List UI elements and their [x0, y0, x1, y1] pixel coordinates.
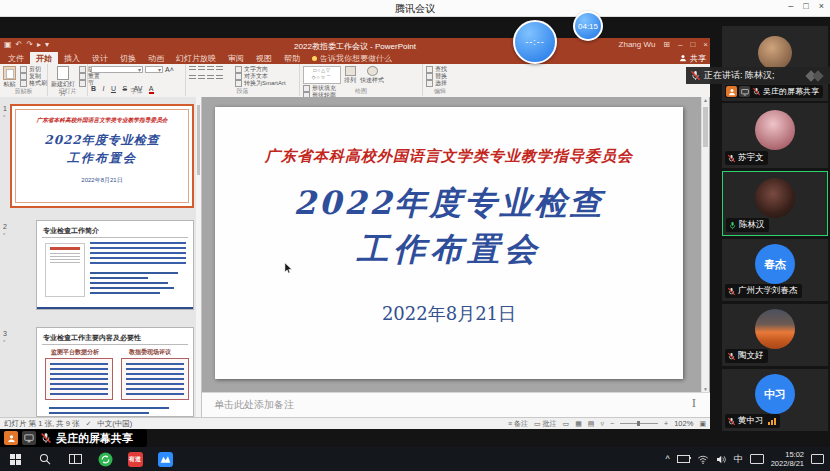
touch-keyboard-icon[interactable]: [750, 454, 764, 464]
spellcheck-icon[interactable]: ✓: [85, 420, 91, 428]
thumbnail-slide-1[interactable]: 广东省本科高校外国语言文学类专业教学指导委员会 2022年度专业检查 工作布置会…: [10, 104, 194, 208]
screen-share-icon: [22, 431, 36, 445]
thumb3-col-right: 教指委现场评议: [129, 348, 171, 357]
maximize-button[interactable]: □: [803, 1, 808, 11]
tab-view[interactable]: 视图: [250, 52, 278, 64]
slideshow-view-button[interactable]: ▿: [600, 420, 604, 428]
tab-transitions[interactable]: 切换: [114, 52, 142, 64]
ppt-share-button[interactable]: 共享: [679, 52, 706, 64]
tab-home[interactable]: 开始: [30, 52, 58, 64]
slide-canvas[interactable]: 广东省本科高校外国语言文学类专业教学指导委员会 2022年度专业检查 工作布置会…: [215, 107, 683, 379]
grow-font-icon[interactable]: A˄: [165, 66, 174, 73]
zoom-level[interactable]: 102%: [674, 419, 693, 428]
quick-styles-button[interactable]: 快速样式: [360, 66, 384, 85]
bullets-button[interactable]: [189, 66, 196, 72]
thumb3-title: 专业检查工作主要内容及必要性: [43, 333, 141, 343]
avatar-initials: 中习: [755, 374, 795, 414]
meeting-titlebar: 腾讯会议 – □ ×: [0, 0, 830, 17]
ribbon-group-editing: 查找 替换 选择 编辑: [423, 64, 457, 96]
align-right-button[interactable]: [207, 75, 214, 81]
ppt-maximize-button[interactable]: □: [690, 40, 695, 49]
tab-review[interactable]: 审阅: [222, 52, 250, 64]
taskbar-app-youdao[interactable]: 有道: [120, 447, 150, 471]
taskbar-search-button[interactable]: [30, 447, 60, 471]
ppt-status-bar: 幻灯片 第 1 张, 共 9 张 ✓ 中文(中国) ≡ 备注 ▭ 批注 ▭ ▦ …: [0, 417, 710, 429]
thumbnail-scrollbar[interactable]: [196, 97, 201, 417]
notes-pane[interactable]: 单击此处添加备注 I: [202, 392, 710, 417]
document-title: 2022教指委工作会议 - PowerPoint: [0, 41, 710, 52]
thumb1-header: 广东省本科高校外国语言文学类专业教学指导委员会: [17, 116, 188, 125]
taskbar-app-360[interactable]: [90, 447, 120, 471]
screen-share-icon: [739, 86, 750, 97]
ribbon-options-icon[interactable]: ⊞: [663, 40, 670, 49]
font-size-select[interactable]: ▾: [145, 66, 163, 73]
battery-icon[interactable]: [677, 455, 690, 463]
align-left-button[interactable]: [189, 75, 196, 81]
notes-toggle[interactable]: ≡ 备注: [508, 419, 528, 429]
comments-toggle[interactable]: ▭ 批注: [534, 419, 557, 429]
participant-tile[interactable]: 陶文好: [722, 304, 828, 366]
fit-to-window-icon[interactable]: ▣: [699, 420, 706, 428]
justify-button[interactable]: [216, 75, 223, 81]
paste-icon: [3, 66, 16, 80]
participant-tile[interactable]: 春杰 广州大学刘春杰: [722, 239, 828, 301]
zoom-in-button[interactable]: +: [664, 420, 668, 427]
ppt-minimize-button[interactable]: –: [678, 40, 682, 49]
taskbar-app-tencent-meeting[interactable]: [150, 447, 180, 471]
thumbnail-slide-2[interactable]: 专业检查工作简介: [36, 220, 194, 310]
avatar-initials: 春杰: [755, 244, 795, 284]
normal-view-button[interactable]: ▭: [563, 420, 570, 428]
convert-smartart-button[interactable]: 转换为SmartArt: [235, 80, 286, 87]
tab-design[interactable]: 设计: [86, 52, 114, 64]
zoom-slider[interactable]: [620, 423, 658, 424]
select-button[interactable]: 选择: [426, 80, 454, 87]
hidden-icons-chevron[interactable]: ^: [665, 454, 669, 464]
slide-number: 3: [3, 330, 7, 337]
format-painter-button[interactable]: 格式刷: [20, 80, 44, 87]
language-indicator[interactable]: 中文(中国): [97, 419, 132, 429]
layout-button[interactable]: 版式: [79, 66, 84, 73]
taskbar-clock[interactable]: 15:02 2022/8/21: [771, 450, 804, 469]
action-center-icon[interactable]: [811, 454, 824, 464]
editor-scrollbar[interactable]: ▲▼: [701, 97, 709, 392]
participant-tile[interactable]: 苏宇文: [722, 103, 828, 168]
minimize-button[interactable]: –: [788, 1, 793, 11]
tab-animations[interactable]: 动画: [142, 52, 170, 64]
reset-button[interactable]: 重置: [79, 73, 84, 80]
indent-decrease-button[interactable]: [207, 66, 214, 72]
numbering-button[interactable]: [198, 66, 205, 72]
floating-timer-small[interactable]: 04:15: [573, 11, 603, 41]
participant-tile-speaking[interactable]: 陈林汉: [722, 171, 828, 236]
tell-me-box[interactable]: 告诉我你想要做什么: [312, 52, 392, 64]
participant-tile[interactable]: 中习 黄中习: [722, 369, 828, 431]
start-button[interactable]: [0, 447, 30, 471]
volume-icon[interactable]: [716, 455, 727, 464]
reading-view-button[interactable]: ▤: [588, 420, 595, 428]
zoom-out-button[interactable]: −: [610, 420, 614, 427]
tab-slideshow[interactable]: 幻灯片放映: [170, 52, 222, 64]
thumbnail-slide-3[interactable]: 专业检查工作主要内容及必要性 监测平台数据分析 教指委现场评议: [36, 327, 194, 417]
mouse-cursor: [283, 262, 293, 280]
close-button[interactable]: ×: [819, 1, 824, 11]
slide-sorter-view-button[interactable]: ▦: [575, 420, 582, 428]
participant-tile-screenshare[interactable]: 吴庄的屏幕共享: [722, 26, 828, 101]
wifi-icon[interactable]: [697, 455, 709, 464]
ppt-close-button[interactable]: ×: [703, 40, 708, 49]
tab-insert[interactable]: 插入: [58, 52, 86, 64]
tab-help[interactable]: 帮助: [278, 52, 306, 64]
floating-timer-large[interactable]: --:--: [513, 20, 557, 64]
ime-indicator[interactable]: 中: [734, 453, 743, 466]
shapes-gallery[interactable]: □○△▽◇○☆⌒: [303, 66, 341, 84]
task-view-button[interactable]: [60, 447, 90, 471]
tab-file[interactable]: 文件: [2, 52, 30, 64]
arrange-button[interactable]: 排列: [344, 66, 356, 85]
font-name-select[interactable]: ▾: [91, 66, 143, 73]
signed-in-user[interactable]: Zhang Wu: [619, 40, 656, 49]
paste-button[interactable]: 粘贴: [3, 66, 16, 89]
muted-mic-icon: [727, 417, 736, 426]
tell-me-label: 告诉我你想要做什么: [320, 53, 392, 64]
indent-increase-button[interactable]: [216, 66, 223, 72]
section-button[interactable]: 节: [79, 80, 84, 87]
align-center-button[interactable]: [198, 75, 205, 81]
participant-name: 苏宇文: [738, 152, 764, 164]
